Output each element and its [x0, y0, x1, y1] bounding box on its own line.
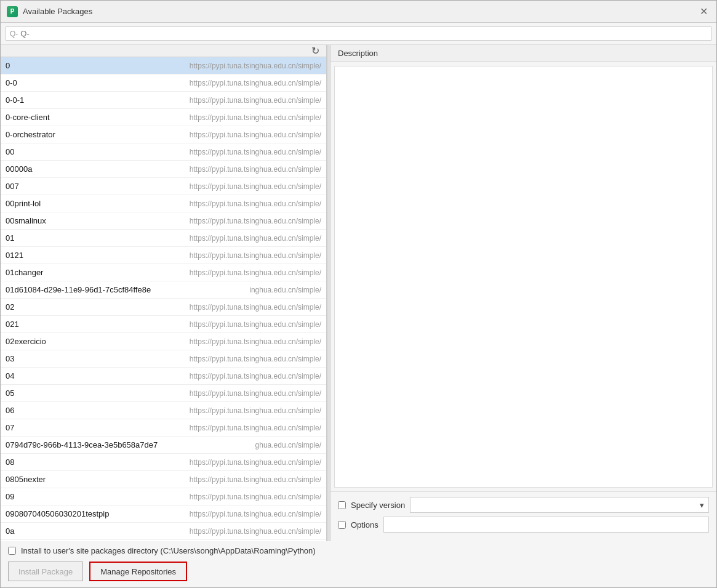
- package-name: 02: [1, 300, 185, 314]
- table-row[interactable]: 01https://pypi.tuna.tsinghua.edu.cn/simp…: [1, 230, 326, 247]
- package-url: https://pypi.tuna.tsinghua.edu.cn/simple…: [185, 145, 326, 159]
- package-url: https://pypi.tuna.tsinghua.edu.cn/simple…: [185, 421, 326, 435]
- specify-version-checkbox[interactable]: [338, 501, 346, 509]
- table-row[interactable]: 0794d79c-966b-4113-9cea-3e5b658a7de7ghua…: [1, 437, 326, 454]
- close-button[interactable]: ✕: [697, 5, 710, 18]
- package-column-header: [1, 45, 304, 57]
- package-url: https://pypi.tuna.tsinghua.edu.cn/simple…: [185, 94, 326, 107]
- options-row: Options: [338, 517, 709, 533]
- package-name: 01: [1, 231, 185, 245]
- table-row[interactable]: 00print-lolhttps://pypi.tuna.tsinghua.ed…: [1, 195, 326, 212]
- table-row[interactable]: 08https://pypi.tuna.tsinghua.edu.cn/simp…: [1, 454, 326, 471]
- table-header: ↻: [1, 45, 326, 57]
- package-url: https://pypi.tuna.tsinghua.edu.cn/simple…: [185, 525, 326, 538]
- table-row[interactable]: 0-orchestratorhttps://pypi.tuna.tsinghua…: [1, 126, 326, 143]
- install-user-checkbox[interactable]: [8, 547, 16, 555]
- table-row[interactable]: 0805nexterhttps://pypi.tuna.tsinghua.edu…: [1, 471, 326, 488]
- package-url: https://pypi.tuna.tsinghua.edu.cn/simple…: [185, 232, 326, 245]
- table-row[interactable]: 0ahttps://pypi.tuna.tsinghua.edu.cn/simp…: [1, 523, 326, 540]
- package-name: 07: [1, 421, 185, 435]
- dialog-title: Available Packages: [23, 7, 92, 16]
- package-name: 0794d79c-966b-4113-9cea-3e5b658a7de7: [1, 438, 250, 452]
- table-row[interactable]: 01d61084-d29e-11e9-96d1-7c5cf84ffe8eingh…: [1, 281, 326, 299]
- package-name: 01changer: [1, 265, 185, 280]
- package-name: 00print-lol: [1, 196, 185, 211]
- specify-version-row: Specify version: [338, 497, 709, 513]
- table-row[interactable]: 007https://pypi.tuna.tsinghua.edu.cn/sim…: [1, 178, 326, 195]
- package-url: https://pypi.tuna.tsinghua.edu.cn/simple…: [185, 387, 326, 400]
- footer: Install to user's site packages director…: [1, 541, 716, 587]
- table-row[interactable]: 0-0-1https://pypi.tuna.tsinghua.edu.cn/s…: [1, 92, 326, 109]
- table-row[interactable]: 02exerciciohttps://pypi.tuna.tsinghua.ed…: [1, 333, 326, 350]
- main-content: ↻ 0https://pypi.tuna.tsinghua.edu.cn/sim…: [1, 45, 716, 541]
- bottom-buttons: Install Package Manage Repositories: [1, 558, 716, 587]
- packages-table: ↻ 0https://pypi.tuna.tsinghua.edu.cn/sim…: [1, 45, 326, 541]
- search-input[interactable]: [20, 29, 707, 38]
- package-url: https://pypi.tuna.tsinghua.edu.cn/simple…: [185, 180, 326, 193]
- package-url: inghua.edu.cn/simple/: [244, 283, 326, 297]
- table-row[interactable]: 02https://pypi.tuna.tsinghua.edu.cn/simp…: [1, 299, 326, 316]
- package-url: https://pypi.tuna.tsinghua.edu.cn/simple…: [185, 369, 326, 383]
- package-name: 00000a: [1, 162, 185, 176]
- search-bar: Q-: [1, 23, 716, 45]
- package-name: 0-0-1: [1, 93, 185, 107]
- table-row[interactable]: 01changerhttps://pypi.tuna.tsinghua.edu.…: [1, 264, 326, 281]
- table-row[interactable]: 05https://pypi.tuna.tsinghua.edu.cn/simp…: [1, 385, 326, 402]
- table-row[interactable]: 00000ahttps://pypi.tuna.tsinghua.edu.cn/…: [1, 161, 326, 178]
- package-url: https://pypi.tuna.tsinghua.edu.cn/simple…: [185, 249, 326, 262]
- table-row[interactable]: 07https://pypi.tuna.tsinghua.edu.cn/simp…: [1, 419, 326, 437]
- version-select[interactable]: [410, 497, 709, 513]
- package-name: 03: [1, 352, 185, 366]
- package-name: 00smalinux: [1, 214, 185, 228]
- table-row[interactable]: 0-0https://pypi.tuna.tsinghua.edu.cn/sim…: [1, 75, 326, 92]
- package-url: https://pypi.tuna.tsinghua.edu.cn/simple…: [185, 490, 326, 504]
- table-row[interactable]: 06https://pypi.tuna.tsinghua.edu.cn/simp…: [1, 402, 326, 419]
- package-name: 09: [1, 489, 185, 504]
- package-name: 00: [1, 145, 185, 159]
- package-name: 0-orchestrator: [1, 127, 185, 142]
- table-row[interactable]: 09https://pypi.tuna.tsinghua.edu.cn/simp…: [1, 488, 326, 505]
- package-name: 0-core-client: [1, 110, 185, 124]
- table-row[interactable]: 03https://pypi.tuna.tsinghua.edu.cn/simp…: [1, 350, 326, 368]
- manage-repositories-button[interactable]: Manage Repositories: [89, 562, 187, 581]
- package-url: https://pypi.tuna.tsinghua.edu.cn/simple…: [185, 266, 326, 280]
- package-url: https://pypi.tuna.tsinghua.edu.cn/simple…: [185, 197, 326, 211]
- version-dropdown-wrapper: [410, 497, 709, 513]
- install-package-button[interactable]: Install Package: [8, 562, 83, 581]
- options-checkbox[interactable]: [338, 521, 346, 529]
- table-row[interactable]: 04https://pypi.tuna.tsinghua.edu.cn/simp…: [1, 368, 326, 385]
- table-row[interactable]: 0https://pypi.tuna.tsinghua.edu.cn/simpl…: [1, 57, 326, 75]
- install-checkbox-row: Install to user's site packages director…: [1, 541, 716, 558]
- package-url: ghua.edu.cn/simple/: [250, 438, 326, 452]
- package-url: https://pypi.tuna.tsinghua.edu.cn/simple…: [185, 507, 326, 521]
- package-url: https://pypi.tuna.tsinghua.edu.cn/simple…: [185, 456, 326, 469]
- description-content: [334, 66, 713, 488]
- search-icon: Q-: [10, 30, 18, 38]
- table-row[interactable]: 090807040506030201testpiphttps://pypi.tu…: [1, 505, 326, 523]
- available-packages-dialog: P Available Packages ✕ Q- ↻ 0https://pyp…: [0, 0, 717, 588]
- package-name: 01d61084-d29e-11e9-96d1-7c5cf84ffe8e: [1, 283, 244, 297]
- package-name: 090807040506030201testpip: [1, 507, 185, 521]
- specify-version-label: Specify version: [351, 501, 405, 510]
- search-wrapper: Q-: [6, 26, 711, 41]
- title-bar: P Available Packages ✕: [1, 1, 716, 23]
- table-row[interactable]: 0121https://pypi.tuna.tsinghua.edu.cn/si…: [1, 247, 326, 264]
- package-url: https://pypi.tuna.tsinghua.edu.cn/simple…: [185, 214, 326, 228]
- table-row[interactable]: 00smalinuxhttps://pypi.tuna.tsinghua.edu…: [1, 212, 326, 230]
- app-icon: P: [7, 6, 18, 17]
- table-row[interactable]: 0-core-clienthttps://pypi.tuna.tsinghua.…: [1, 109, 326, 126]
- refresh-button[interactable]: ↻: [304, 45, 326, 57]
- package-name: 0: [1, 58, 185, 73]
- options-label: Options: [351, 520, 379, 530]
- package-url: https://pypi.tuna.tsinghua.edu.cn/simple…: [185, 404, 326, 417]
- package-name: 04: [1, 369, 185, 383]
- table-row[interactable]: 021https://pypi.tuna.tsinghua.edu.cn/sim…: [1, 316, 326, 333]
- package-url: https://pypi.tuna.tsinghua.edu.cn/simple…: [185, 163, 326, 176]
- package-name: 08: [1, 455, 185, 469]
- options-text-input[interactable]: [383, 517, 709, 533]
- package-name: 021: [1, 317, 185, 331]
- description-header: Description: [330, 45, 716, 62]
- package-name: 0-0: [1, 76, 185, 90]
- install-user-label: Install to user's site packages director…: [21, 546, 316, 555]
- table-row[interactable]: 00https://pypi.tuna.tsinghua.edu.cn/simp…: [1, 143, 326, 161]
